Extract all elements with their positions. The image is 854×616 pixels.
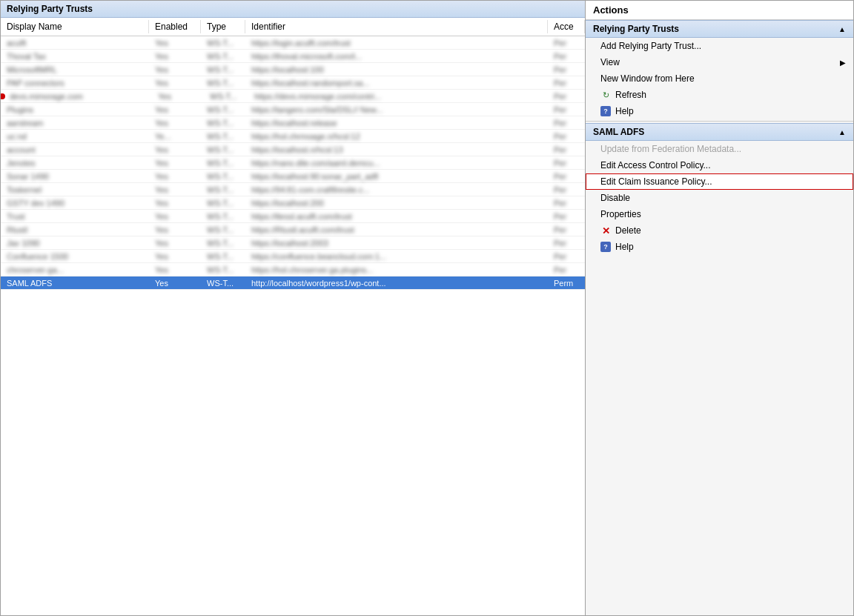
action-item[interactable]: ?Help xyxy=(586,103,853,119)
table-row[interactable]: TrustYesWS-T...https://tlessl.aculft.com… xyxy=(1,210,585,223)
col-header-identifier[interactable]: Identifier xyxy=(245,20,548,33)
table-cell: Thoval Tax xyxy=(1,51,149,62)
table-cell: Yes xyxy=(149,171,201,182)
table-row[interactable]: Thoval TaxYesWS-T...https://thoval.micro… xyxy=(1,50,585,63)
col-header-type[interactable]: Type xyxy=(201,20,245,33)
action-item[interactable]: Disable xyxy=(586,190,853,206)
table-cell: https://hol.chrmoage.n/hcsl:12 xyxy=(245,131,548,142)
table-cell: https://localhost:90:sonar_part_adfl xyxy=(245,171,548,182)
col-header-display[interactable]: Display Name xyxy=(1,20,149,33)
table-cell: WS-T... xyxy=(201,158,245,168)
action-label: Properties xyxy=(600,209,641,219)
table-cell: WS-T... xyxy=(204,91,248,102)
table-cell: WS-T... xyxy=(201,78,245,88)
table-cell: Yes xyxy=(149,158,201,168)
table-cell: WS-T... xyxy=(201,64,245,75)
table-cell: https://localhost:100 xyxy=(245,64,548,75)
panel-title: Relying Party Trusts xyxy=(1,1,585,18)
col-header-access[interactable]: Acce xyxy=(548,20,585,33)
table-cell: https://localhost:randomport.sa... xyxy=(245,78,548,88)
table-row[interactable]: JenotesYesWS-T...https://nano.dile.com/a… xyxy=(1,156,585,170)
table-cell: WS-T... xyxy=(201,185,245,195)
table-cell: Per xyxy=(548,265,585,275)
table-cell: WS-T... xyxy=(201,51,245,62)
action-item[interactable]: New Window from Here xyxy=(586,70,853,87)
table-row[interactable]: Confluence 1500YesWS-T...https://conflue… xyxy=(1,250,585,263)
action-label: Edit Access Control Policy... xyxy=(600,160,711,170)
action-label: Help xyxy=(615,106,634,116)
right-panel: Actions Relying Party Trusts▲Add Relying… xyxy=(586,0,854,616)
table-row[interactable]: aculftYesWS-T...https://login.aculft.com… xyxy=(1,36,585,50)
left-panel: Relying Party Trusts Display Name Enable… xyxy=(0,0,586,616)
action-item[interactable]: View▶ xyxy=(586,54,853,70)
table-cell: WS-T... xyxy=(201,198,245,208)
table-cell: Perm xyxy=(548,278,585,288)
table-cell: Yes xyxy=(149,198,201,208)
table-row[interactable]: aarstreamYesWS-T...https://localhost:rel… xyxy=(1,116,585,130)
table-cell: https://thoval.microsoft.com/t... xyxy=(245,51,548,62)
help-icon: ? xyxy=(600,242,611,252)
collapse-arrow[interactable]: ▲ xyxy=(838,128,846,136)
table-cell: Per xyxy=(548,251,585,262)
table-cell: https://localhost:release xyxy=(245,118,548,128)
table-cell: Jav 1090 xyxy=(1,238,149,248)
action-item[interactable]: Edit Claim Issuance Policy... xyxy=(586,173,853,190)
action-item[interactable]: ?Help xyxy=(586,239,853,255)
table-cell: WS-T... xyxy=(201,251,245,262)
table-cell: chroserver-ga... xyxy=(1,265,149,275)
table-row[interactable]: Sonar 1490YesWS-T...https://localhost:90… xyxy=(1,170,585,183)
action-item: Update from Federation Metadata... xyxy=(586,141,853,157)
table-cell: Per xyxy=(548,198,585,208)
table-cell: WS-T... xyxy=(201,265,245,275)
action-item[interactable]: Properties xyxy=(586,206,853,222)
table-cell: Per xyxy=(548,118,585,128)
table-cell: Yes xyxy=(149,38,201,48)
table-cell: Trust xyxy=(1,211,149,222)
table-cell: Yes xyxy=(152,91,204,102)
table-row[interactable]: accountYesWS-T...https://localhost.n/hcs… xyxy=(1,143,585,156)
action-label: Help xyxy=(615,242,634,252)
help-icon: ? xyxy=(600,106,611,116)
table-cell: Yes xyxy=(149,278,201,288)
table-cell: WS-T... xyxy=(201,131,245,142)
table-row[interactable]: devs.mimorage.comYesWS-T...https://devs.… xyxy=(1,90,585,103)
table-cell: Rtustl xyxy=(1,225,149,235)
table-cell: Per xyxy=(548,91,585,102)
section-header: SAML ADFS▲ xyxy=(586,123,853,141)
table-cell: devs.mimorage.com xyxy=(4,91,152,102)
action-label: Refresh xyxy=(615,90,646,100)
col-header-enabled[interactable]: Enabled xyxy=(149,20,201,33)
action-item[interactable]: ✕Delete xyxy=(586,222,853,239)
action-label: New Window from Here xyxy=(600,73,695,84)
table-row[interactable]: uc:ndYe...WS-T...https://hol.chrmoage.n/… xyxy=(1,130,585,143)
table-cell: Per xyxy=(548,51,585,62)
table-cell: Plugins xyxy=(1,105,149,115)
table-header: Display Name Enabled Type Identifier Acc… xyxy=(1,18,585,36)
table-cell: Yes xyxy=(149,64,201,75)
action-item[interactable]: Edit Access Control Policy... xyxy=(586,157,853,173)
action-label: Update from Federation Metadata... xyxy=(600,144,741,154)
action-label: Add Relying Party Trust... xyxy=(600,41,701,51)
table-row[interactable]: MicrosoftMRLYesWS-T...https://localhost:… xyxy=(1,63,585,76)
section-title: Relying Party Trusts xyxy=(593,24,679,34)
table-cell: Jenotes xyxy=(1,158,149,168)
table-row[interactable]: chroserver-ga...YesWS-T...https://hol.ch… xyxy=(1,263,585,276)
action-item[interactable]: ↻Refresh xyxy=(586,87,853,103)
action-item[interactable]: Add Relying Party Trust... xyxy=(586,38,853,54)
section-title: SAML ADFS xyxy=(593,127,644,137)
table-row[interactable]: SAML ADFSYesWS-T...http://localhost/word… xyxy=(1,276,585,290)
table-row[interactable]: PluginsYesWS-T...https://tangero.com/Sla… xyxy=(1,103,585,116)
table-row[interactable]: ToskernelYesWS-T...https://94:81-com.cra… xyxy=(1,183,585,196)
table-cell: WS-T... xyxy=(201,145,245,155)
table-cell: https://localhost:2003 xyxy=(245,238,548,248)
table-cell: aculft xyxy=(1,38,149,48)
collapse-arrow[interactable]: ▲ xyxy=(838,25,846,33)
table-cell: Per xyxy=(548,145,585,155)
table-cell: Yes xyxy=(149,225,201,235)
table-cell: Yes xyxy=(149,185,201,195)
table-row[interactable]: RtustlYesWS-T...https://Rtustl.aculft.co… xyxy=(1,223,585,236)
table-row[interactable]: Jav 1090YesWS-T...https://localhost:2003… xyxy=(1,236,585,250)
table-row[interactable]: GSTY dev 1490YesWS-T...https://localhost… xyxy=(1,196,585,210)
table-cell: Toskernel xyxy=(1,185,149,195)
table-row[interactable]: PAP connectorsYesWS-T...https://localhos… xyxy=(1,76,585,90)
